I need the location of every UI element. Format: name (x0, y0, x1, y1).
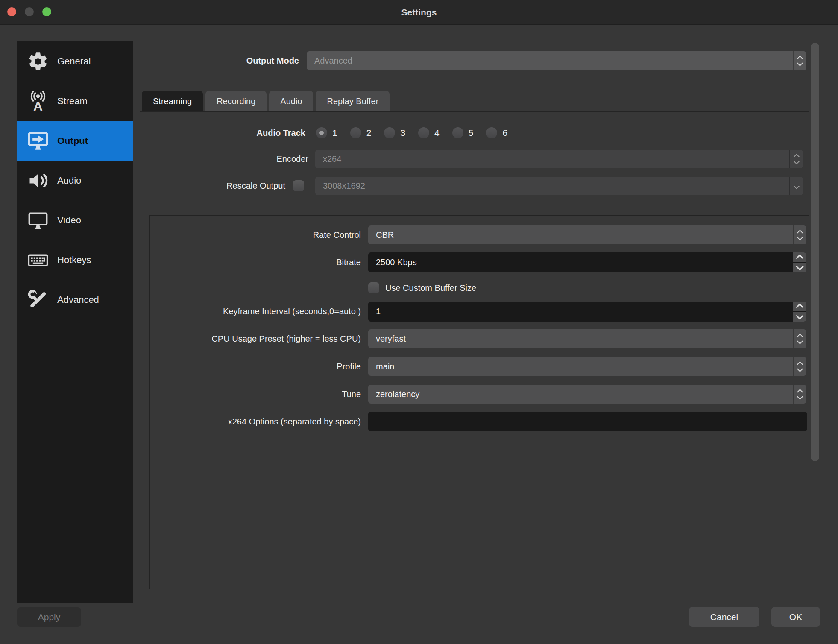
cpu-preset-select[interactable]: veryfast (368, 329, 806, 348)
audio-track-option-4[interactable]: 4 (418, 127, 440, 138)
bitrate-spin-buttons (793, 252, 806, 272)
keyframe-interval-value: 1 (368, 302, 793, 322)
sidebar-item-audio[interactable]: Audio (17, 161, 133, 200)
cpu-preset-label: CPU Usage Preset (higher = less CPU) (158, 329, 361, 348)
rescale-output-combobox[interactable]: 3008x1692 (315, 177, 803, 195)
tab-separator (140, 111, 809, 112)
window-title: Settings (0, 0, 838, 24)
cancel-button[interactable]: Cancel (689, 607, 759, 627)
chevron-down-icon (794, 183, 800, 189)
chevron-up-icon (796, 254, 803, 262)
audio-track-option-1[interactable]: 1 (316, 127, 337, 138)
settings-window: { "window": { "title": "Settings" }, "co… (0, 0, 838, 644)
rescale-output-label: Rescale Output (141, 177, 285, 195)
sidebar-label-advanced: Advanced (57, 294, 99, 305)
sidebar-item-output[interactable]: Output (17, 121, 133, 161)
spin-up-button[interactable] (793, 302, 806, 311)
tune-select[interactable]: zerolatency (368, 385, 806, 404)
output-tabs: Streaming Recording Audio Replay Buffer (142, 91, 390, 112)
monitor-arrow-icon (26, 129, 50, 153)
encoder-value: x264 (315, 150, 789, 168)
output-mode-value: Advanced (307, 51, 793, 70)
sidebar-label-video: Video (57, 215, 81, 226)
x264-options-label: x264 Options (separated by space) (158, 412, 361, 431)
sidebar-label-audio: Audio (57, 175, 81, 186)
chevron-down-icon (797, 366, 803, 372)
tune-label: Tune (171, 385, 361, 404)
chevron-up-icon (796, 303, 803, 311)
profile-value: main (368, 357, 793, 376)
sidebar-item-hotkeys[interactable]: Hotkeys (17, 240, 133, 280)
audio-track-label: Audio Track (162, 127, 305, 138)
spin-down-button[interactable] (793, 263, 806, 273)
bitrate-spinbox[interactable]: 2500 Kbps (368, 252, 806, 272)
audio-track-option-6[interactable]: 6 (486, 127, 507, 138)
tab-replay-buffer[interactable]: Replay Buffer (316, 91, 390, 112)
radio-icon (452, 127, 463, 138)
sidebar-label-general: General (57, 56, 91, 67)
tune-stepper[interactable] (793, 385, 806, 404)
apply-button[interactable]: Apply (17, 607, 81, 627)
radio-icon (350, 127, 361, 138)
output-mode-stepper[interactable] (793, 51, 806, 70)
radio-icon (384, 127, 395, 138)
chevron-down-icon (796, 312, 803, 320)
chevron-down-icon (796, 263, 803, 271)
monitor-icon (26, 208, 50, 233)
chevron-down-icon (797, 338, 803, 344)
audio-track-option-5[interactable]: 5 (452, 127, 474, 138)
radio-icon (418, 127, 429, 138)
bitrate-label: Bitrate (171, 252, 361, 272)
audio-track-radios: 1 2 3 4 5 6 (316, 127, 507, 138)
tune-value: zerolatency (368, 385, 793, 404)
keyframe-interval-spinbox[interactable]: 1 (368, 302, 806, 322)
rate-control-select[interactable]: CBR (368, 225, 806, 244)
speaker-icon (26, 168, 50, 193)
tab-recording[interactable]: Recording (205, 91, 267, 112)
encoder-label: Encoder (162, 150, 308, 168)
sidebar-label-stream: Stream (57, 96, 88, 107)
chevron-down-icon (797, 393, 803, 399)
profile-select[interactable]: main (368, 357, 806, 376)
spin-up-button[interactable] (793, 252, 806, 262)
rate-control-stepper[interactable] (793, 225, 806, 244)
cpu-preset-stepper[interactable] (793, 329, 806, 348)
chevron-down-icon (797, 60, 803, 66)
sidebar-item-video[interactable]: Video (17, 200, 133, 240)
audio-track-option-3[interactable]: 3 (384, 127, 405, 138)
keyframe-spin-buttons (793, 302, 806, 322)
profile-stepper[interactable] (793, 357, 806, 376)
audio-track-option-2[interactable]: 2 (350, 127, 372, 138)
gear-icon (26, 49, 50, 74)
keyframe-interval-label: Keyframe Interval (seconds,0=auto ) (171, 302, 361, 322)
ok-button[interactable]: OK (771, 607, 820, 627)
rescale-output-checkbox[interactable] (293, 180, 304, 191)
sidebar-item-stream[interactable]: A Stream (17, 81, 133, 121)
broadcast-icon: A (26, 89, 50, 114)
output-mode-select[interactable]: Advanced (307, 51, 806, 70)
keyboard-icon (26, 248, 50, 272)
tab-audio[interactable]: Audio (269, 91, 313, 112)
cpu-preset-value: veryfast (368, 329, 793, 348)
sidebar-item-advanced[interactable]: Advanced (17, 280, 133, 319)
encoder-select[interactable]: x264 (315, 150, 803, 168)
use-custom-buffer-label: Use Custom Buffer Size (385, 282, 599, 293)
sidebar-label-output: Output (57, 135, 88, 146)
bitrate-value: 2500 Kbps (368, 252, 793, 272)
radio-icon (486, 127, 497, 138)
spin-down-button[interactable] (793, 312, 806, 322)
rate-control-value: CBR (368, 225, 793, 244)
x264-options-input[interactable] (368, 412, 807, 431)
sidebar-label-hotkeys: Hotkeys (57, 255, 91, 266)
rate-control-label: Rate Control (171, 225, 361, 244)
use-custom-buffer-checkbox[interactable] (368, 282, 379, 293)
chevron-down-icon (797, 234, 803, 240)
tab-streaming[interactable]: Streaming (142, 91, 203, 112)
profile-label: Profile (171, 357, 361, 376)
rescale-output-dropdown[interactable] (789, 177, 803, 195)
sidebar-item-general[interactable]: General (17, 41, 133, 81)
encoder-stepper[interactable] (789, 150, 803, 168)
scrollbar-thumb[interactable] (811, 43, 819, 461)
settings-sidebar: General A Stream Output (17, 41, 133, 603)
output-mode-label: Output Mode (162, 51, 299, 70)
